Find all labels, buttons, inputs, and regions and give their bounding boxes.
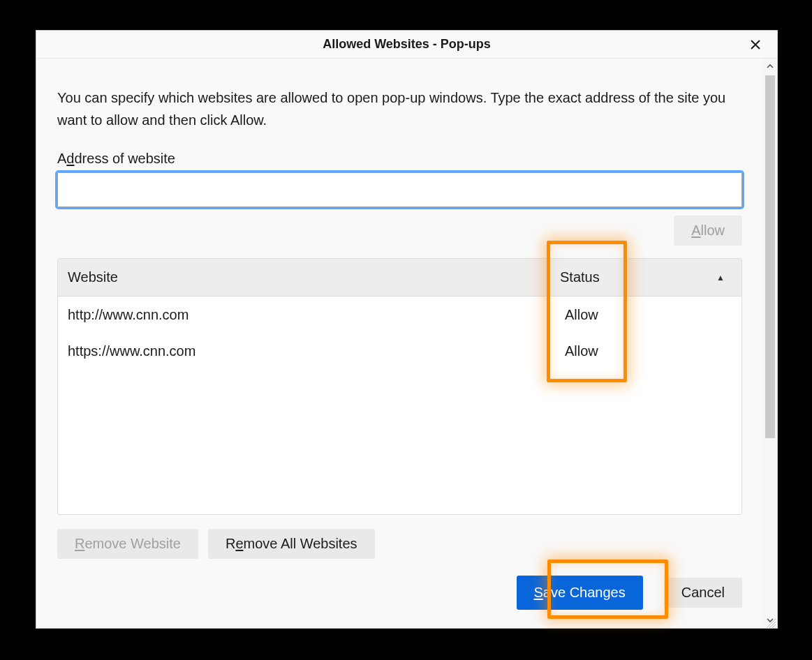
sort-asc-icon: ▲ <box>716 273 725 283</box>
remove-website-button[interactable]: Remove Website <box>57 529 198 559</box>
save-changes-button[interactable]: Save Changes <box>517 576 643 610</box>
close-button[interactable] <box>739 31 772 59</box>
cell-status: Allow <box>548 343 741 359</box>
table-row[interactable]: https://www.cnn.com Allow <box>58 333 741 369</box>
websites-table: Website Status ▲ http://www.cnn.com Allo… <box>57 258 742 515</box>
close-icon <box>750 39 761 50</box>
popup-exceptions-dialog: Allowed Websites - Pop-ups You can speci… <box>36 31 777 628</box>
titlebar: Allowed Websites - Pop-ups <box>36 31 777 59</box>
dialog-title: Allowed Websites - Pop-ups <box>36 37 777 52</box>
address-input[interactable] <box>57 172 742 207</box>
scroll-track[interactable] <box>763 74 777 613</box>
scroll-up-button[interactable] <box>763 59 777 74</box>
footer-row-remove: Remove Website Remove All Websites <box>57 529 742 559</box>
scroll-thumb[interactable] <box>765 75 775 438</box>
table-row[interactable]: http://www.cnn.com Allow <box>58 297 741 333</box>
col-header-website[interactable]: Website <box>58 269 548 285</box>
cell-website: http://www.cnn.com <box>58 307 548 323</box>
cell-status: Allow <box>548 307 741 323</box>
address-label: Address of website <box>57 151 742 167</box>
vertical-scrollbar[interactable] <box>763 59 777 628</box>
remove-all-websites-button[interactable]: Remove All Websites <box>208 529 375 559</box>
cancel-button[interactable]: Cancel <box>664 578 742 608</box>
table-body: http://www.cnn.com Allow https://www.cnn… <box>58 297 741 514</box>
scroll-area: You can specify which websites are allow… <box>36 59 777 628</box>
footer-row-actions: Save Changes Cancel <box>57 576 742 610</box>
intro-text: You can specify which websites are allow… <box>57 87 742 131</box>
resize-grip[interactable] <box>766 618 776 628</box>
table-header: Website Status ▲ <box>58 259 741 297</box>
chevron-up-icon <box>767 63 774 70</box>
allow-button[interactable]: Allow <box>674 216 742 246</box>
cell-website: https://www.cnn.com <box>58 343 548 359</box>
col-header-status[interactable]: Status ▲ <box>548 269 741 285</box>
content: You can specify which websites are allow… <box>36 59 763 628</box>
